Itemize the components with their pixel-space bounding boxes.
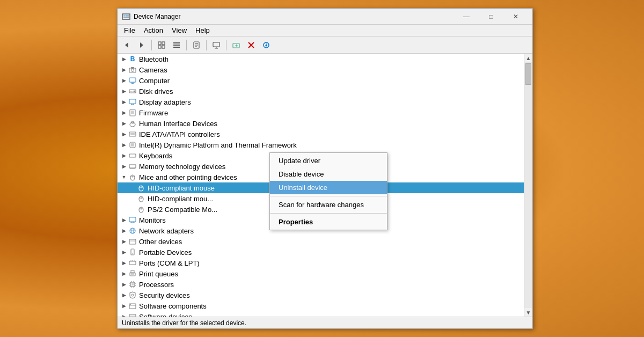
status-text: Uninstalls the driver for the selected d… [122,319,246,327]
svg-point-34 [134,91,135,92]
toolbar-sep-3 [206,40,207,50]
vertical-scrollbar[interactable]: ▲ ▼ [524,54,532,317]
firmware-icon [128,108,137,117]
close-button[interactable]: ✕ [503,9,528,25]
tree-item-bluetooth[interactable]: ▶ B Bluetooth [118,54,524,64]
expand-bluetooth[interactable]: ▶ [120,55,128,63]
ctx-scan-hardware[interactable]: Scan for hardware changes [270,198,387,211]
tree-item-display-adapters[interactable]: ▶ Display adapters [118,97,524,107]
scroll-track[interactable] [524,62,532,308]
menu-action[interactable]: Action [140,25,167,35]
minimize-button[interactable]: — [454,9,479,25]
tree-item-cameras[interactable]: ▶ Cameras [118,64,524,75]
expand-computer[interactable]: ▶ [120,76,128,85]
menu-help[interactable]: Help [191,25,214,35]
expand-network[interactable]: ▶ [120,226,128,235]
ctx-disable-device[interactable]: Disable device [270,167,387,181]
expand-security[interactable]: ▶ [120,291,128,299]
scroll-thumb[interactable] [525,63,531,85]
ctx-uninstall-device[interactable]: Uninstall device [270,181,387,194]
expand-cameras[interactable]: ▶ [120,65,128,74]
menu-view[interactable]: View [167,25,191,35]
expand-hid[interactable]: ▶ [120,119,128,128]
scroll-down-arrow[interactable]: ▼ [524,308,533,317]
svg-rect-30 [129,78,136,82]
ctx-properties[interactable]: Properties [270,215,387,229]
hid-icon [128,119,137,128]
back-button[interactable] [120,38,134,52]
title-bar-buttons: — □ ✕ [454,9,528,25]
computer-icon [128,76,137,85]
expand-software-comp[interactable]: ▶ [120,302,128,310]
forward-button[interactable] [135,38,149,52]
expand-display[interactable]: ▶ [120,98,128,106]
menu-bar: File Action View Help [118,25,532,36]
expand-disk-drives[interactable]: ▶ [120,87,128,96]
svg-marker-5 [140,42,143,48]
tree-item-firmware[interactable]: ▶ Firmware [118,107,524,118]
tree-item-computer[interactable]: ▶ Computer [118,75,524,86]
ctx-separator [270,196,387,196]
svg-rect-8 [158,46,161,48]
svg-rect-105 [129,314,136,317]
expand-processors[interactable]: ▶ [120,280,128,289]
svg-rect-2 [126,15,129,17]
disk-drives-icon [128,87,137,96]
context-menu: Update driver Disable device Uninstall d… [269,152,387,230]
expand-mice[interactable]: ▼ [120,173,128,181]
monitor-button[interactable] [209,38,223,52]
tree-item-ports[interactable]: ▶ Ports (COM & LPT) [118,258,524,268]
tree-item-software-dev[interactable]: ▶ Software devices [118,311,524,317]
hid-mouse2-icon [137,194,145,203]
svg-rect-84 [129,261,136,265]
main-content: ▶ B Bluetooth ▶ Cameras ▶ [118,54,532,317]
expand-ide[interactable]: ▶ [120,130,128,138]
svg-rect-55 [129,165,136,168]
svg-rect-1 [123,15,126,17]
menu-file[interactable]: File [120,25,140,35]
toolbar: + [118,36,532,54]
tree-item-security[interactable]: ▶ Security devices [118,290,524,301]
window-icon [122,12,130,21]
expand-portable[interactable]: ▶ [120,248,128,257]
add-button[interactable]: + [229,38,243,52]
other-icon [128,237,137,246]
tree-item-software-comp[interactable]: ▶ Software components [118,301,524,311]
expand-ports[interactable]: ▶ [120,259,128,267]
maximize-button[interactable]: □ [479,9,503,25]
expand-keyboards[interactable]: ▶ [120,151,128,160]
expand-print[interactable]: ▶ [120,269,128,278]
tree-item-processors[interactable]: ▶ Processors [118,279,524,290]
svg-rect-6 [158,42,161,45]
expand-firmware[interactable]: ▶ [120,108,128,117]
svg-point-104 [130,304,131,305]
properties-button[interactable] [189,38,203,52]
toolbar-sep-2 [186,40,187,50]
tree-item-print[interactable]: ▶ Print queues [118,268,524,279]
ctx-update-driver[interactable]: Update driver [270,154,387,167]
tree-item-ide[interactable]: ▶ IDE ATA/ATAPI controllers [118,129,524,140]
tree-item-portable[interactable]: ▶ Portable Devices [118,247,524,258]
expand-software-dev[interactable]: ▶ [120,312,128,317]
expand-intel[interactable]: ▶ [120,141,128,149]
svg-rect-29 [131,67,134,69]
portable-icon [128,248,137,257]
expand-other[interactable]: ▶ [120,237,128,246]
svg-rect-7 [162,42,165,45]
show-hide-button[interactable] [155,38,169,52]
expand-monitors[interactable]: ▶ [120,216,128,224]
tree-item-intel[interactable]: ▶ Intel(R) Dynamic Platform and Thermal … [118,140,524,150]
scroll-up-arrow[interactable]: ▲ [524,54,533,62]
list-button[interactable] [170,38,184,52]
processors-icon [128,280,137,289]
remove-button[interactable] [244,38,258,52]
svg-rect-36 [129,99,136,104]
display-icon [128,98,137,106]
tree-item-disk-drives[interactable]: ▶ Disk drives [118,86,524,97]
tree-item-hid[interactable]: ▶ Human Interface Devices [118,118,524,129]
tree-item-other[interactable]: ▶ Other devices [118,236,524,247]
svg-rect-9 [162,46,165,48]
update-button[interactable] [259,38,273,52]
title-bar: Device Manager — □ ✕ [118,9,532,25]
expand-memory[interactable]: ▶ [120,162,128,171]
